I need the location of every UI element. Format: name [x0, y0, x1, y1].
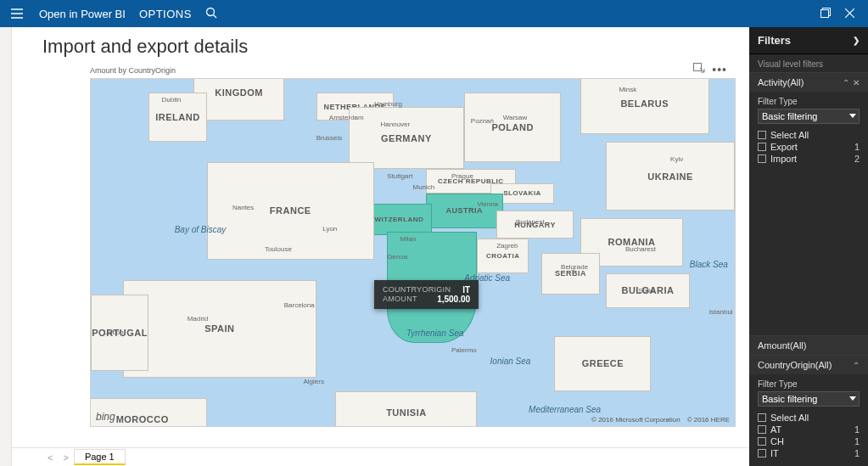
city-label: Poznań	[471, 117, 494, 125]
country-spain: SPAIN	[123, 280, 316, 378]
city-label: Toulouse	[265, 245, 292, 253]
city-label: Prague	[451, 172, 473, 180]
city-label: Belgrade	[561, 263, 588, 271]
sea-label: Ionian Sea	[490, 357, 531, 366]
restore-icon[interactable]	[814, 8, 837, 20]
svg-rect-4	[694, 64, 702, 71]
sea-label: Bay of Biscay	[175, 225, 227, 234]
country-austria: AUSTRIA	[426, 194, 503, 228]
page-tab[interactable]: Page 1	[74, 449, 126, 465]
city-label: Amsterdam	[329, 114, 364, 121]
city-label: Istanbul	[709, 308, 733, 316]
options-menu[interactable]: OPTIONS	[139, 8, 192, 20]
city-label: Zagreb	[496, 242, 518, 250]
page-tabs: < > Page 1	[12, 447, 749, 466]
city-label: Warsaw	[503, 114, 528, 121]
sea-label: Black Sea	[690, 260, 728, 269]
filter-card-amount-header[interactable]: Amount(All)	[749, 336, 868, 355]
country-uk: KINGDOM	[193, 78, 283, 121]
prev-page-icon[interactable]: <	[42, 452, 58, 463]
city-label: Lisbon	[104, 328, 124, 336]
open-in-power-bi-link[interactable]: Open in Power BI	[39, 8, 126, 20]
country-serbia: SERBIA	[541, 253, 599, 295]
city-label: Dublin	[161, 96, 181, 104]
sea-label: Tyrrhenian Sea	[406, 328, 464, 338]
filter-card-country-header[interactable]: CountryOrigin(All) ⌃	[749, 356, 868, 374]
city-label: Palermo	[451, 346, 477, 354]
search-icon[interactable]	[205, 7, 217, 21]
visual-level-filters-label: Visual level filters	[749, 54, 868, 72]
svg-line-1	[213, 14, 216, 18]
filters-pane: Filters ❯ Visual level filters Activity(…	[749, 27, 868, 466]
city-label: Bucharest	[625, 245, 656, 253]
city-label: Brussels	[316, 134, 343, 142]
city-label: Kyiv	[670, 155, 683, 163]
filter-type-label: Filter Type	[758, 379, 860, 389]
city-label: Hannover	[381, 121, 411, 128]
visual-title: Amount by CountryOrigin	[42, 63, 736, 76]
city-label: Madrid	[188, 315, 208, 323]
filter-type-select[interactable]: Basic filtering	[758, 391, 860, 407]
map-attribution: © 2016 Microsoft Corporation© 2016 HERE	[591, 416, 730, 424]
city-label: Budapest	[516, 218, 545, 226]
country-greece: GREECE	[554, 336, 651, 391]
left-rail	[0, 27, 12, 466]
sea-label: Mediterranean Sea	[529, 405, 601, 414]
chevron-right-icon[interactable]: ❯	[853, 36, 860, 45]
title-bar: Open in Power BI OPTIONS	[0, 0, 868, 27]
hamburger-icon[interactable]	[7, 8, 27, 19]
map-tooltip: COUNTRYORIGINIT AMOUNT1,500.00	[374, 280, 479, 309]
city-label: Sofia	[638, 287, 653, 295]
city-label: Munich	[413, 183, 435, 191]
focus-mode-icon[interactable]	[693, 63, 705, 77]
filter-value-row[interactable]: CH 1	[758, 435, 860, 447]
map-visual[interactable]: KINGDOM IRELAND NETHERLANDS GERMANY POLA…	[90, 78, 736, 427]
city-label: Vienna	[477, 200, 498, 208]
city-label: Milan	[400, 235, 416, 243]
country-poland: POLAND	[464, 93, 561, 162]
page-title: Import and export details	[12, 27, 749, 63]
city-label: Genoa	[387, 253, 407, 261]
more-options-icon[interactable]: •••	[712, 63, 727, 77]
city-label: Lyon	[322, 225, 337, 233]
select-all-checkbox[interactable]: Select All	[758, 412, 860, 424]
city-label: Barcelona	[284, 301, 315, 309]
collapse-icon[interactable]: ⌃	[843, 78, 849, 87]
close-icon[interactable]	[837, 8, 861, 20]
city-label: Algiers	[303, 378, 323, 385]
select-all-checkbox[interactable]: Select All	[758, 129, 860, 141]
bing-logo: bing	[96, 411, 115, 423]
filter-value-row[interactable]: AT 1	[758, 424, 860, 435]
filters-header[interactable]: Filters ❯	[749, 27, 868, 54]
filter-value-row[interactable]: IT 1	[758, 447, 860, 459]
country-tunisia: TUNISIA	[335, 391, 477, 427]
collapse-icon[interactable]: ⌃	[853, 361, 860, 370]
svg-point-0	[206, 8, 214, 15]
city-label: Minsk	[619, 86, 636, 93]
next-page-icon[interactable]: >	[58, 452, 73, 463]
country-germany: GERMANY	[349, 107, 465, 170]
city-label: Nantes	[232, 204, 254, 211]
filter-value-row[interactable]: Import 2	[758, 153, 860, 165]
filter-card-activity-header[interactable]: Activity(All) ⌃ ✕	[749, 73, 868, 92]
city-label: Hamburg	[374, 100, 402, 108]
svg-rect-3	[821, 9, 829, 17]
filter-value-row[interactable]: Export 1	[758, 141, 860, 153]
filter-type-label: Filter Type	[758, 97, 860, 106]
city-label: Stuttgart	[387, 172, 412, 180]
country-belarus: BELARUS	[580, 78, 709, 134]
country-ukraine: UKRAINE	[606, 142, 735, 211]
filter-type-select[interactable]: Basic filtering	[758, 109, 860, 124]
clear-filter-icon[interactable]: ✕	[853, 78, 860, 87]
